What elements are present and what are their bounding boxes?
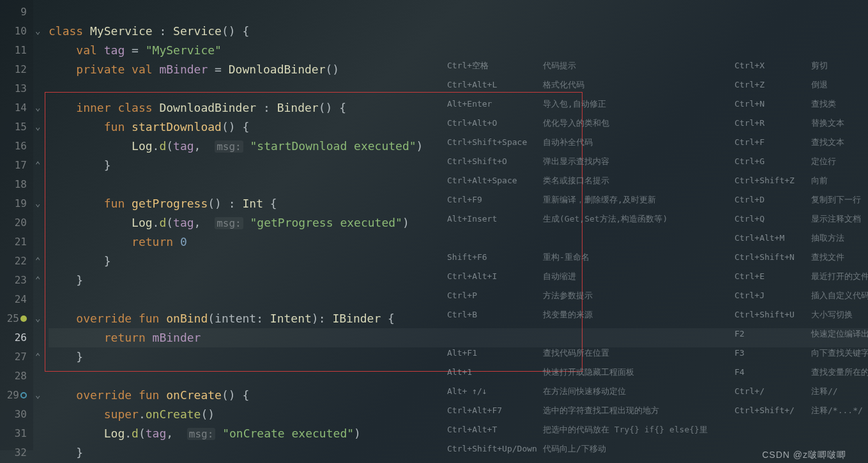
token-pun [49, 388, 76, 402]
token-pun: . [125, 427, 132, 440]
fold-toggle[interactable] [33, 194, 49, 213]
fold-toggle[interactable] [33, 118, 49, 137]
shortcut-key: Alt+ ↑/↓ [447, 382, 543, 401]
fold-toggle[interactable] [33, 271, 49, 290]
token-pun: } [49, 350, 83, 363]
token-pun: } [49, 254, 111, 268]
line-number: 18 [0, 175, 33, 194]
token-pun: } [49, 446, 83, 459]
shortcut-row: Alt+Insert生成(Get,Set方法,构造函数等) [447, 209, 708, 229]
fold-gutter[interactable] [33, 0, 49, 450]
fold-toggle [33, 290, 49, 309]
line-number: 9 [0, 3, 33, 22]
shortcut-row: F2快速定位编译出错位置 [735, 324, 868, 344]
fold-toggle[interactable] [33, 386, 49, 405]
shortcut-key: Ctrl+Shift+/ [735, 401, 811, 420]
token-pun [49, 101, 76, 114]
shortcut-row: F4查找变量所在的方法或者类 [735, 363, 868, 382]
token-prop: mBinder [159, 63, 208, 76]
token-hint: msg: [215, 217, 243, 229]
line-number: 29 [0, 386, 33, 405]
shortcut-row: Ctrl+F查找文本 [735, 133, 868, 152]
fold-toggle[interactable] [33, 98, 49, 118]
shortcut-desc: 选中的字符查找工程出现的地方 [543, 406, 659, 415]
fold-toggle [33, 232, 49, 252]
token-pun [49, 43, 76, 57]
token-str: "startDownload executed" [250, 139, 416, 153]
shortcut-desc: 复制到下一行 [811, 195, 861, 204]
shortcut-key: Alt+Enter [447, 95, 543, 114]
fold-toggle [33, 79, 49, 98]
shortcut-row: Ctrl+P方法参数提示 [447, 286, 708, 305]
token-kw: private val [76, 63, 159, 76]
code-line[interactable] [49, 3, 868, 22]
token-pun [49, 197, 104, 210]
token-kw: class [49, 24, 90, 38]
token-pun: { [381, 312, 395, 325]
fold-toggle[interactable] [33, 252, 49, 271]
line-number: 24 [0, 290, 33, 309]
shortcut-key: Ctrl+Z [735, 75, 811, 95]
shortcut-key: Ctrl+Shift+O [447, 152, 543, 171]
fold-toggle[interactable] [33, 309, 49, 328]
line-number: 26 [0, 328, 33, 347]
shortcut-desc: 在方法间快速移动定位 [543, 386, 626, 396]
token-fn2: d [159, 139, 166, 153]
shortcut-desc: 方法参数提示 [543, 291, 593, 300]
line-number: 12 [0, 60, 33, 79]
token-prop: mBinder [153, 331, 201, 344]
line-number: 32 [0, 443, 33, 462]
shortcut-desc: 向下查找关键字出现位置 [811, 348, 868, 358]
shortcut-key: Ctrl+Alt+O [447, 114, 543, 133]
token-pun [49, 312, 76, 325]
fold-toggle [33, 443, 49, 462]
shortcut-desc: 注释// [811, 386, 838, 396]
token-fn: onBind [166, 312, 208, 325]
shortcut-row: Ctrl+Alt+I自动缩进 [447, 267, 708, 286]
token-pun [49, 63, 76, 76]
shortcut-desc: 倒退 [811, 80, 828, 89]
token-pun: . [153, 139, 160, 153]
fold-toggle [33, 175, 49, 194]
token-fn: getProgress [132, 197, 208, 210]
fold-toggle [33, 137, 49, 156]
line-number: 30 [0, 405, 33, 424]
token-pun [49, 216, 132, 229]
fold-toggle[interactable] [33, 156, 49, 175]
shortcut-desc: 抽取方法 [811, 233, 844, 243]
fold-toggle[interactable] [33, 347, 49, 367]
override-marker-icon[interactable] [20, 392, 27, 398]
token-fn2: d [132, 427, 139, 440]
code-line[interactable]: class MyService : Service() { [49, 22, 868, 41]
token-pun [49, 235, 132, 248]
token-kw: fun [104, 197, 132, 210]
shortcut-desc: 重新编译，删除缓存,及时更新 [543, 195, 656, 204]
line-number: 27 [0, 347, 33, 367]
token-fn2: d [159, 216, 166, 229]
shortcut-row [447, 229, 708, 248]
shortcut-row: Ctrl+Shift+O弹出显示查找内容 [447, 152, 708, 171]
shortcut-key: Ctrl+Q [735, 209, 811, 229]
token-cls: Log [104, 427, 125, 440]
shortcut-desc: 类名或接口名提示 [543, 176, 609, 185]
token-fn: startDownload [132, 120, 222, 133]
token-fn: onCreate [166, 388, 222, 402]
token-prop: tag [173, 216, 194, 229]
shortcut-row: Alt+Enter导入包,自动修正 [447, 95, 708, 114]
line-number: 20 [0, 213, 33, 232]
token-cls: Int [242, 197, 263, 210]
token-num: 0 [180, 235, 187, 248]
token-pun: () : [208, 197, 242, 210]
fold-toggle[interactable] [33, 22, 49, 41]
shortcut-desc: 向前 [811, 176, 828, 185]
token-cls: Service [173, 24, 222, 38]
shortcut-desc: 查找变量所在的方法或者类 [811, 367, 868, 377]
shortcut-desc: 查找文件 [811, 252, 844, 262]
token-prop: tag [173, 139, 194, 153]
shortcut-key: Shift+F6 [447, 248, 543, 267]
token-pun: () [201, 407, 215, 421]
override-marker-icon[interactable] [20, 315, 27, 322]
shortcut-overlay-left: Ctrl+空格代码提示Ctrl+Alt+L格式化代码Alt+Enter导入包,自… [447, 56, 708, 459]
shortcut-row: Ctrl+Alt+Space类名或接口名提示 [447, 171, 708, 190]
line-number: 21 [0, 232, 33, 252]
